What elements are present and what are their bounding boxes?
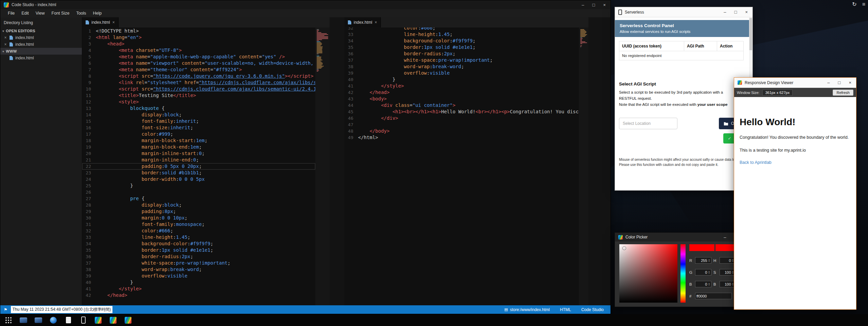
close-button[interactable]: × — [849, 80, 851, 85]
code-line-5[interactable]: 5 <meta name="apple-mobile-web-app-capab… — [82, 54, 315, 60]
minimize-button[interactable]: – — [724, 10, 726, 14]
colorpicker-B-input[interactable]: 0▲▼ — [695, 281, 711, 287]
code-line-34[interactable]: 34 background-color:#f9f9f9; — [344, 38, 579, 44]
close-icon[interactable]: × — [375, 20, 377, 25]
minimize-button[interactable]: – — [827, 80, 830, 85]
maximize-button[interactable]: □ — [734, 10, 737, 14]
code-line-43[interactable]: 43 <body> — [344, 96, 579, 102]
code-line-16[interactable]: 16 font-size:inherit; — [82, 124, 315, 131]
colorpicker-S-input[interactable]: 100▲▼ — [720, 269, 735, 275]
code-line-32[interactable]: 32 color:#666; — [82, 228, 315, 234]
code-line-26[interactable]: 26 — [82, 189, 315, 195]
code-line-23[interactable]: 23 border:solid #b1b1b1; — [82, 170, 315, 176]
code-line-37[interactable]: 37 white-space:pre-wrap!important; — [344, 57, 579, 63]
code-line-21[interactable]: 21 margin-inline-end:0; — [82, 157, 315, 163]
close-button[interactable]: × — [603, 3, 606, 7]
colorpicker-G-input[interactable]: 0▲▼ — [695, 269, 711, 275]
code-line-40[interactable]: 40 } — [344, 76, 579, 83]
menu-item-view[interactable]: View — [32, 10, 48, 17]
close-icon[interactable]: × — [4, 35, 7, 40]
title-bar[interactable]: Responsive Design Viewer – □ × — [734, 78, 856, 88]
taskbar-codestudio-icon[interactable] — [124, 316, 132, 325]
script-location-input[interactable] — [619, 118, 677, 129]
taskbar-codestudio-icon[interactable] — [94, 316, 103, 325]
refresh-button[interactable]: Refresh — [833, 90, 853, 96]
minimap[interactable] — [315, 27, 330, 305]
menu-icon[interactable]: ≡ — [862, 1, 865, 7]
code-line-47[interactable]: 47 — [344, 121, 579, 128]
code-line-32[interactable]: 32 color:#666; — [344, 27, 579, 31]
code-line-36[interactable]: 36 border-radius:2px; — [82, 253, 315, 260]
saturation-value-area[interactable] — [619, 244, 677, 303]
code-line-12[interactable]: 12 <style> — [82, 99, 315, 105]
code-editor[interactable]: 1<!DOCTYPE html>2<html lang="en">3 <head… — [82, 27, 315, 305]
code-line-48[interactable]: 48 </body> — [344, 128, 579, 134]
taskbar-window-icon[interactable] — [34, 316, 43, 325]
code-line-25[interactable]: 25 } — [82, 183, 315, 189]
sidebar-section-open-editors[interactable]: ▾OPEN EDITORS — [0, 27, 82, 34]
status-language[interactable]: HTML — [560, 307, 571, 312]
maximize-button[interactable]: □ — [592, 3, 595, 7]
code-line-27[interactable]: 27 pre { — [82, 195, 315, 202]
window-size-value[interactable]: 361px x 627px — [762, 90, 793, 96]
code-line-30[interactable]: 30 margin:0 0 10px; — [82, 215, 315, 221]
minimize-button[interactable]: – — [582, 3, 584, 7]
taskbar-apps-grid-icon[interactable] — [4, 316, 13, 325]
menu-item-tools[interactable]: Tools — [73, 10, 89, 17]
title-bar[interactable]: Serverless – □ × — [615, 7, 752, 17]
close-button[interactable]: × — [745, 10, 748, 14]
code-line-14[interactable]: 14 display:block; — [82, 112, 315, 118]
menu-item-font-size[interactable]: Font Size — [48, 10, 73, 17]
code-line-10[interactable]: 10 <script src="https://cdnjs.cloudflare… — [82, 86, 315, 92]
menu-item-help[interactable]: Help — [90, 10, 105, 17]
code-line-28[interactable]: 28 display:block; — [82, 202, 315, 208]
code-line-39[interactable]: 39 overflow:visible — [344, 70, 579, 76]
code-line-6[interactable]: 6 <meta name="viewport" content="user-sc… — [82, 60, 315, 66]
code-line-18[interactable]: 18 margin-block-start:1em; — [82, 137, 315, 144]
code-line-31[interactable]: 31 font-family:monospace; — [82, 221, 315, 228]
code-line-42[interactable]: 42 </head> — [344, 89, 579, 96]
stepper-icons[interactable]: ▲▼ — [708, 259, 710, 262]
colorpicker-R-input[interactable]: 255▲▼ — [695, 257, 711, 264]
hex-input[interactable]: ff0000 — [695, 293, 732, 299]
title-bar[interactable]: Color Picker – □ × — [615, 233, 752, 242]
code-line-45[interactable]: 45 <h1><br></h1><h1>Hello World!<br></h1… — [344, 109, 579, 115]
maximize-button[interactable]: □ — [838, 80, 841, 85]
tab-index-html[interactable]: index.html × — [82, 17, 119, 27]
code-line-7[interactable]: 7 <meta name="theme-color" content="#ff9… — [82, 66, 315, 73]
taskbar-codestudio-icon[interactable] — [109, 316, 118, 325]
sidebar-item-index.html[interactable]: ×index.html — [0, 41, 82, 48]
taskbar-window-icon[interactable] — [19, 316, 28, 325]
code-line-15[interactable]: 15 font-family:inherit; — [82, 118, 315, 124]
stepper-icons[interactable]: ▲▼ — [708, 283, 710, 286]
code-line-20[interactable]: 20 margin-inline-start:0; — [82, 150, 315, 157]
code-line-33[interactable]: 33 line-height:1.45; — [344, 31, 579, 38]
refresh-icon[interactable]: ↻ — [852, 1, 856, 7]
tab-index-html[interactable]: index.html × — [344, 17, 381, 27]
status-file-path[interactable]: ▤ store:/www/index.html — [504, 307, 550, 312]
code-line-37[interactable]: 37 white-space:pre-wrap!important; — [82, 260, 315, 266]
code-line-3[interactable]: 3 <head> — [82, 41, 315, 47]
code-line-39[interactable]: 39 overflow:visible — [82, 273, 315, 279]
code-line-44[interactable]: 44 <div class="ui container"> — [344, 102, 579, 109]
code-line-34[interactable]: 34 background-color:#f9f9f9; — [82, 241, 315, 247]
scrollbar-thumb[interactable] — [749, 18, 752, 50]
color-cursor[interactable] — [623, 247, 626, 250]
minimap[interactable] — [579, 27, 588, 305]
taskbar-phone-icon[interactable] — [79, 316, 88, 325]
code-line-49[interactable]: 49</html> — [344, 134, 579, 141]
code-line-4[interactable]: 4 <meta charset="UTF-8"> — [82, 47, 315, 54]
code-line-2[interactable]: 2<html lang="en"> — [82, 34, 315, 41]
code-line-22[interactable]: 22 padding:0 5px 0 20px; — [82, 163, 315, 170]
taskbar-document-icon[interactable] — [64, 316, 73, 325]
code-editor[interactable]: 32 color:#666;33 line-height:1.45;34 bac… — [344, 27, 579, 305]
code-line-35[interactable]: 35 border:1px solid #e1e1e1; — [344, 44, 579, 51]
sidebar-item-index.html[interactable]: index.html — [0, 55, 82, 61]
code-line-38[interactable]: 38 word-wrap:break-word; — [82, 266, 315, 273]
stepper-icons[interactable]: ▲▼ — [708, 271, 710, 274]
code-line-1[interactable]: 1<!DOCTYPE html> — [82, 28, 315, 34]
code-line-9[interactable]: 9 <link rel="stylesheet" href="https://c… — [82, 79, 315, 86]
colorpicker-H-input[interactable]: 0▲▼ — [720, 257, 735, 264]
code-line-24[interactable]: 24 border-width:0 0 0 5px — [82, 176, 315, 183]
code-line-11[interactable]: 11 <title>Testing Site</title> — [82, 92, 315, 99]
